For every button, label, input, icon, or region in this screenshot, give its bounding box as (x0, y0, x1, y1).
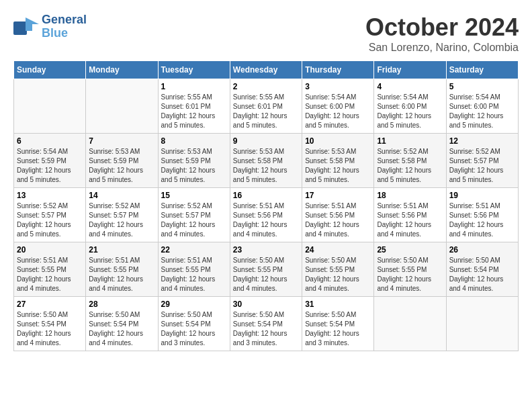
calendar-day-cell: 7Sunrise: 5:53 AMSunset: 5:59 PMDaylight… (86, 134, 158, 188)
calendar-day-cell: 14Sunrise: 5:52 AMSunset: 5:57 PMDayligh… (86, 188, 158, 242)
calendar-day-cell: 8Sunrise: 5:53 AMSunset: 5:59 PMDaylight… (158, 134, 230, 188)
day-info: Sunrise: 5:50 AMSunset: 5:55 PMDaylight:… (377, 256, 443, 293)
day-info: Sunrise: 5:51 AMSunset: 5:56 PMDaylight:… (305, 201, 371, 239)
day-number: 9 (233, 136, 299, 146)
calendar-day-cell: 30Sunrise: 5:50 AMSunset: 5:54 PMDayligh… (230, 297, 302, 351)
calendar-day-cell: 28Sunrise: 5:50 AMSunset: 5:54 PMDayligh… (86, 297, 158, 351)
calendar-day-cell: 9Sunrise: 5:53 AMSunset: 5:58 PMDaylight… (230, 134, 302, 188)
day-info: Sunrise: 5:52 AMSunset: 5:57 PMDaylight:… (161, 201, 227, 239)
calendar-day-cell: 19Sunrise: 5:51 AMSunset: 5:56 PMDayligh… (446, 188, 518, 242)
day-info: Sunrise: 5:53 AMSunset: 5:58 PMDaylight:… (233, 147, 299, 185)
day-info: Sunrise: 5:53 AMSunset: 5:58 PMDaylight:… (305, 147, 371, 185)
day-info: Sunrise: 5:52 AMSunset: 5:57 PMDaylight:… (449, 147, 515, 185)
day-number: 7 (89, 136, 154, 146)
day-info: Sunrise: 5:51 AMSunset: 5:56 PMDaylight:… (233, 201, 299, 239)
day-of-week-header: Saturday (446, 61, 518, 79)
day-of-week-header: Thursday (302, 61, 374, 79)
day-number: 31 (305, 300, 371, 309)
calendar-week-row: 1Sunrise: 5:55 AMSunset: 6:01 PMDaylight… (14, 79, 519, 134)
calendar-day-cell: 16Sunrise: 5:51 AMSunset: 5:56 PMDayligh… (230, 188, 302, 242)
day-number: 24 (305, 245, 371, 255)
day-info: Sunrise: 5:50 AMSunset: 5:54 PMDaylight:… (305, 310, 371, 348)
logo-text-line2: Blue (42, 27, 87, 40)
day-info: Sunrise: 5:50 AMSunset: 5:54 PMDaylight:… (89, 310, 154, 348)
day-number: 28 (89, 300, 154, 309)
day-number: 12 (449, 136, 515, 146)
day-number: 29 (161, 300, 227, 309)
logo: General Blue (13, 13, 87, 40)
day-number: 18 (377, 191, 443, 200)
day-number: 11 (377, 136, 443, 146)
day-number: 5 (449, 82, 515, 91)
day-number: 1 (161, 82, 227, 91)
day-info: Sunrise: 5:50 AMSunset: 5:55 PMDaylight:… (233, 256, 299, 293)
calendar-day-cell: 4Sunrise: 5:54 AMSunset: 6:00 PMDaylight… (374, 79, 446, 134)
day-number: 25 (377, 245, 443, 255)
day-number: 13 (17, 191, 83, 200)
calendar-day-cell: 29Sunrise: 5:50 AMSunset: 5:54 PMDayligh… (158, 297, 230, 351)
calendar-day-cell: 3Sunrise: 5:54 AMSunset: 6:00 PMDaylight… (302, 79, 374, 134)
calendar-day-cell: 2Sunrise: 5:55 AMSunset: 6:01 PMDaylight… (230, 79, 302, 134)
day-info: Sunrise: 5:54 AMSunset: 5:59 PMDaylight:… (17, 147, 83, 185)
calendar-day-cell: 15Sunrise: 5:52 AMSunset: 5:57 PMDayligh… (158, 188, 230, 242)
day-info: Sunrise: 5:51 AMSunset: 5:55 PMDaylight:… (17, 256, 83, 293)
calendar-day-cell (374, 297, 446, 351)
day-info: Sunrise: 5:50 AMSunset: 5:55 PMDaylight:… (305, 256, 371, 293)
calendar-day-cell: 12Sunrise: 5:52 AMSunset: 5:57 PMDayligh… (446, 134, 518, 188)
day-number: 22 (161, 245, 227, 255)
day-number: 19 (449, 191, 515, 200)
day-number: 14 (89, 191, 154, 200)
day-number: 21 (89, 245, 154, 255)
day-info: Sunrise: 5:51 AMSunset: 5:55 PMDaylight:… (161, 256, 227, 293)
calendar-day-cell: 21Sunrise: 5:51 AMSunset: 5:55 PMDayligh… (86, 242, 158, 297)
calendar-day-cell: 11Sunrise: 5:52 AMSunset: 5:58 PMDayligh… (374, 134, 446, 188)
day-number: 23 (233, 245, 299, 255)
calendar-day-cell: 5Sunrise: 5:54 AMSunset: 6:00 PMDaylight… (446, 79, 518, 134)
calendar-day-cell (14, 79, 86, 134)
day-number: 16 (233, 191, 299, 200)
day-info: Sunrise: 5:52 AMSunset: 5:57 PMDaylight:… (89, 201, 154, 239)
calendar-day-cell: 17Sunrise: 5:51 AMSunset: 5:56 PMDayligh… (302, 188, 374, 242)
calendar-day-cell: 20Sunrise: 5:51 AMSunset: 5:55 PMDayligh… (14, 242, 86, 297)
day-number: 6 (17, 136, 83, 146)
day-of-week-header: Friday (374, 61, 446, 79)
calendar-header-row: SundayMondayTuesdayWednesdayThursdayFrid… (14, 61, 519, 79)
day-number: 26 (449, 245, 515, 255)
calendar-day-cell: 26Sunrise: 5:50 AMSunset: 5:54 PMDayligh… (446, 242, 518, 297)
day-info: Sunrise: 5:55 AMSunset: 6:01 PMDaylight:… (161, 93, 227, 130)
day-number: 30 (233, 300, 299, 309)
day-number: 17 (305, 191, 371, 200)
calendar-day-cell: 18Sunrise: 5:51 AMSunset: 5:56 PMDayligh… (374, 188, 446, 242)
day-info: Sunrise: 5:50 AMSunset: 5:54 PMDaylight:… (17, 310, 83, 348)
day-info: Sunrise: 5:51 AMSunset: 5:55 PMDaylight:… (89, 256, 154, 293)
day-number: 10 (305, 136, 371, 146)
day-number: 27 (17, 300, 83, 309)
calendar-day-cell: 31Sunrise: 5:50 AMSunset: 5:54 PMDayligh… (302, 297, 374, 351)
day-info: Sunrise: 5:51 AMSunset: 5:56 PMDaylight:… (449, 201, 515, 239)
calendar-day-cell: 25Sunrise: 5:50 AMSunset: 5:55 PMDayligh… (374, 242, 446, 297)
day-info: Sunrise: 5:52 AMSunset: 5:57 PMDaylight:… (17, 201, 83, 239)
location-title: San Lorenzo, Narino, Colombia (365, 42, 519, 54)
day-info: Sunrise: 5:55 AMSunset: 6:01 PMDaylight:… (233, 93, 299, 130)
calendar-week-row: 6Sunrise: 5:54 AMSunset: 5:59 PMDaylight… (14, 134, 519, 188)
day-info: Sunrise: 5:54 AMSunset: 6:00 PMDaylight:… (449, 93, 515, 130)
calendar-week-row: 27Sunrise: 5:50 AMSunset: 5:54 PMDayligh… (14, 297, 519, 351)
day-of-week-header: Wednesday (230, 61, 302, 79)
calendar-day-cell (86, 79, 158, 134)
calendar-day-cell: 10Sunrise: 5:53 AMSunset: 5:58 PMDayligh… (302, 134, 374, 188)
month-title: October 2024 (365, 13, 519, 42)
calendar-day-cell: 24Sunrise: 5:50 AMSunset: 5:55 PMDayligh… (302, 242, 374, 297)
calendar-week-row: 20Sunrise: 5:51 AMSunset: 5:55 PMDayligh… (14, 242, 519, 297)
logo-icon (13, 16, 39, 38)
day-info: Sunrise: 5:53 AMSunset: 5:59 PMDaylight:… (89, 147, 154, 185)
day-number: 2 (233, 82, 299, 91)
day-info: Sunrise: 5:50 AMSunset: 5:54 PMDaylight:… (449, 256, 515, 293)
day-info: Sunrise: 5:50 AMSunset: 5:54 PMDaylight:… (161, 310, 227, 348)
svg-rect-0 (13, 21, 27, 35)
day-info: Sunrise: 5:52 AMSunset: 5:58 PMDaylight:… (377, 147, 443, 185)
day-number: 8 (161, 136, 227, 146)
calendar-day-cell: 1Sunrise: 5:55 AMSunset: 6:01 PMDaylight… (158, 79, 230, 134)
day-of-week-header: Monday (86, 61, 158, 79)
day-number: 4 (377, 82, 443, 91)
day-number: 20 (17, 245, 83, 255)
